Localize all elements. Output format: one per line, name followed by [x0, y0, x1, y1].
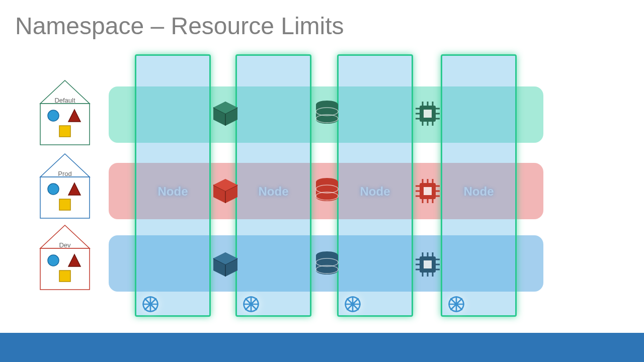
database-icon	[313, 100, 341, 128]
svg-rect-86	[424, 260, 432, 268]
box-icon	[211, 177, 239, 205]
svg-point-26	[249, 302, 253, 306]
database-icon	[313, 250, 341, 279]
node-label: Node	[136, 185, 209, 199]
svg-point-7	[48, 184, 59, 195]
slide: Namespace – Resource Limits Default Prod	[0, 0, 644, 362]
namespace-label: Prod	[39, 170, 91, 177]
kubernetes-icon	[447, 295, 465, 313]
svg-point-2	[48, 110, 59, 121]
svg-rect-6	[40, 177, 90, 218]
svg-rect-11	[40, 248, 90, 290]
svg-rect-1	[40, 104, 90, 145]
node-label: Node	[237, 185, 310, 199]
cpu-icon	[414, 100, 442, 128]
namespace-house-default: Default	[39, 79, 91, 146]
node-label: Node	[339, 185, 412, 199]
svg-rect-14	[59, 270, 70, 282]
node-column-3: Node	[337, 54, 413, 317]
svg-rect-9	[59, 199, 70, 210]
svg-point-20	[148, 302, 152, 306]
svg-rect-46	[424, 110, 432, 118]
namespace-label: Dev	[39, 241, 91, 249]
house-icon	[39, 224, 91, 291]
slide-footer	[0, 333, 644, 362]
database-icon	[313, 177, 341, 205]
house-icon	[39, 153, 91, 219]
namespace-label: Default	[39, 97, 91, 104]
node-column-1: Node	[135, 54, 211, 317]
node-label: Node	[442, 185, 515, 199]
svg-point-38	[454, 302, 458, 306]
namespace-house-dev: Dev	[39, 224, 91, 291]
cpu-icon	[414, 250, 442, 279]
svg-rect-4	[59, 126, 70, 137]
slide-title: Namespace – Resource Limits	[15, 12, 344, 40]
svg-point-12	[48, 255, 59, 266]
box-icon	[211, 250, 239, 279]
kubernetes-icon	[242, 295, 260, 313]
kubernetes-icon	[141, 295, 159, 313]
svg-rect-66	[424, 187, 432, 195]
cpu-icon	[414, 177, 442, 205]
kubernetes-icon	[344, 295, 362, 313]
namespace-house-prod: Prod	[39, 153, 91, 219]
node-column-2: Node	[235, 54, 311, 317]
node-column-4: Node	[441, 54, 517, 317]
svg-point-32	[351, 302, 354, 306]
house-icon	[39, 79, 91, 146]
box-icon	[211, 100, 239, 128]
